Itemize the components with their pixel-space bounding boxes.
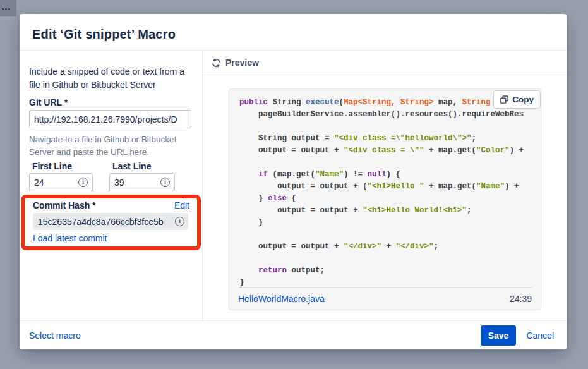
line-range: 24:39 [510,294,532,304]
info-icon[interactable] [160,178,170,187]
git-url-field-wrap [29,110,191,128]
git-url-label: Git URL * [29,97,68,107]
code-card-footer: HelloWorldMacro.java 24:39 [238,287,532,310]
commit-hash-label: Commit Hash * [33,200,96,210]
copy-button[interactable]: Copy [493,90,541,109]
refresh-icon[interactable] [211,57,222,68]
last-line-field-wrap [109,173,175,191]
commit-hash-edit-link[interactable]: Edit [174,200,189,210]
preview-header: Preview [203,51,567,75]
copy-icon [500,95,508,104]
dialog-title: Edit ‘Git snippet’ Macro [32,27,176,42]
commit-hash-value: 15c26357a4dc8a766ccbf3fce5b [38,217,164,227]
first-line-field-wrap [29,173,93,191]
background-drag-handle [0,0,16,16]
macro-description: Include a snipped of code or text from a… [29,65,193,92]
first-line-label: First Line [32,161,72,171]
preview-title: Preview [225,57,259,68]
cancel-link[interactable]: Cancel [526,330,554,341]
git-url-input[interactable] [29,110,191,128]
code-snippet-card: public String execute(Map<String, String… [229,88,541,310]
git-url-help: Navigate to a file in Github or Bitbucke… [29,133,187,158]
save-button[interactable]: Save [481,325,517,346]
dialog-header: Edit ‘Git snippet’ Macro [20,14,567,51]
code-block: public String execute(Map<String, String… [229,89,541,287]
screen-overlay: Edit ‘Git snippet’ Macro Include a snipp… [0,0,588,369]
dialog-footer: Select macro Save Cancel [20,320,567,349]
macro-form-panel: Include a snipped of code or text from a… [20,51,203,320]
load-latest-commit-link[interactable]: Load latest commit [33,233,107,243]
copy-button-label: Copy [512,95,534,104]
select-macro-link[interactable]: Select macro [29,330,81,341]
drag-dots-icon [2,8,4,10]
commit-hash-annotation-box: Commit Hash * Edit 15c26357a4dc8a766ccbf… [21,195,201,250]
info-icon[interactable] [78,178,88,187]
preview-panel: Preview public String execute(Map<String… [203,51,567,320]
file-name-link[interactable]: HelloWorldMacro.java [238,294,325,304]
edit-macro-dialog: Edit ‘Git snippet’ Macro Include a snipp… [20,14,567,349]
last-line-label: Last Line [112,161,151,171]
commit-hash-field: 15c26357a4dc8a766ccbf3fce5b [33,213,188,230]
info-icon[interactable] [175,217,184,226]
